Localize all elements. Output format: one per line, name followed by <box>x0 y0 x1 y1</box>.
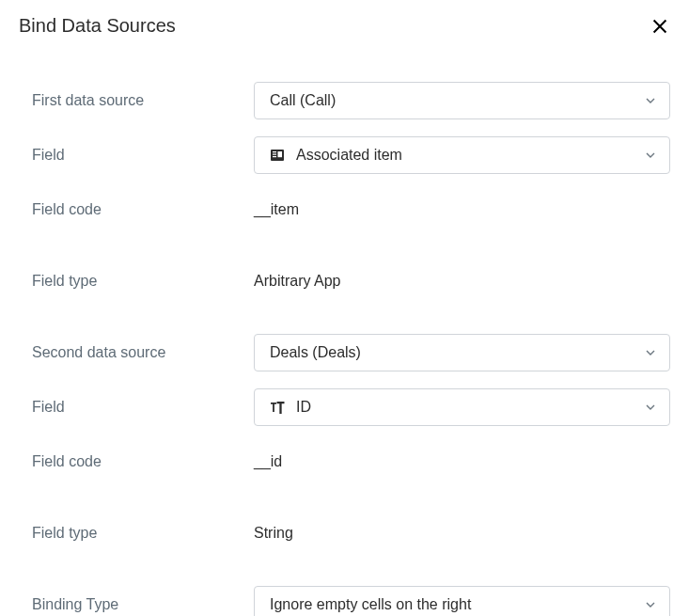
binding-type-select[interactable]: Ignore empty cells on the right <box>254 586 670 616</box>
field2-select[interactable]: ID <box>254 388 670 426</box>
label-field1: Field <box>32 147 254 164</box>
row-field1: Field Associated item <box>32 136 670 174</box>
row-second-source: Second data source Deals (Deals) <box>32 334 670 371</box>
row-field2: Field ID <box>32 388 670 426</box>
field1-select[interactable]: Associated item <box>254 136 670 174</box>
field-code2-value: __id <box>254 453 670 470</box>
label-field2: Field <box>32 399 254 416</box>
svg-rect-3 <box>273 156 276 157</box>
dialog-header: Bind Data Sources <box>19 15 670 37</box>
chevron-down-icon <box>645 599 656 610</box>
chevron-down-icon <box>645 150 656 161</box>
text-icon <box>270 400 285 415</box>
row-field-code1: Field code __item <box>32 191 670 229</box>
close-icon[interactable] <box>650 16 670 37</box>
label-field-type2: Field type <box>32 525 254 542</box>
row-field-type1: Field type Arbitrary App <box>32 262 670 300</box>
label-field-code1: Field code <box>32 201 254 218</box>
field2-value: ID <box>270 399 311 416</box>
label-second-source: Second data source <box>32 344 254 361</box>
row-first-source: First data source Call (Call) <box>32 82 670 119</box>
row-binding-type: Binding Type Ignore empty cells on the r… <box>32 586 670 616</box>
page-icon <box>270 148 285 163</box>
second-source-select[interactable]: Deals (Deals) <box>254 334 670 371</box>
field1-value: Associated item <box>270 147 402 164</box>
dialog-title: Bind Data Sources <box>19 15 176 37</box>
first-source-select[interactable]: Call (Call) <box>254 82 670 119</box>
field2-text: ID <box>296 399 311 416</box>
chevron-down-icon <box>645 402 656 413</box>
svg-rect-4 <box>278 151 283 157</box>
field1-text: Associated item <box>296 147 402 164</box>
chevron-down-icon <box>645 95 656 106</box>
field-type1-value: Arbitrary App <box>254 273 670 290</box>
label-binding-type: Binding Type <box>32 596 254 613</box>
svg-rect-2 <box>273 154 276 155</box>
svg-rect-1 <box>273 151 276 152</box>
binding-type-value: Ignore empty cells on the right <box>270 596 471 613</box>
label-first-source: First data source <box>32 92 254 109</box>
row-field-type2: Field type String <box>32 514 670 552</box>
bind-data-sources-dialog: Bind Data Sources First data source Call… <box>0 0 689 616</box>
second-source-value: Deals (Deals) <box>270 344 361 361</box>
form: First data source Call (Call) Field Asso… <box>19 82 670 616</box>
chevron-down-icon <box>645 347 656 358</box>
label-field-type1: Field type <box>32 273 254 290</box>
field-code1-value: __item <box>254 201 670 218</box>
first-source-value: Call (Call) <box>270 92 336 109</box>
label-field-code2: Field code <box>32 453 254 470</box>
row-field-code2: Field code __id <box>32 443 670 481</box>
field-type2-value: String <box>254 525 670 542</box>
